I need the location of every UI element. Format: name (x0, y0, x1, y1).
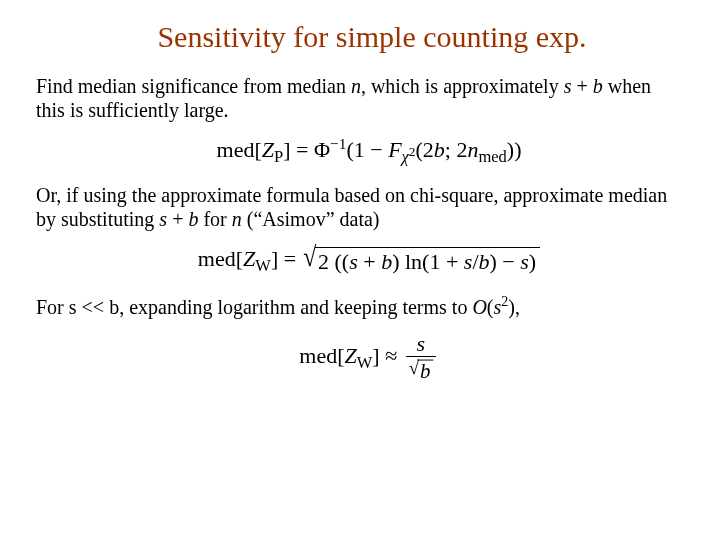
sub-W: W (357, 353, 373, 372)
text: + (358, 249, 381, 274)
med-op: med (299, 343, 337, 368)
var-n: n (351, 75, 361, 97)
text: ( (487, 296, 494, 318)
var-Z: Z (345, 343, 357, 368)
approx: ≈ (380, 343, 403, 368)
med-op: med (198, 246, 236, 271)
eq: = (291, 137, 314, 162)
sqrt-sign-icon: √ (408, 358, 418, 377)
text: , which is approximately (361, 75, 564, 97)
text: 2 (( (318, 249, 349, 274)
var-b: b (479, 249, 490, 274)
phi: Φ (314, 137, 330, 162)
fraction: s√b (406, 333, 436, 382)
paragraph-2: Or, if using the approximate formula bas… (36, 183, 684, 232)
formula-2: med[ZW] = √2 ((s + b) ln(1 + s/b) − s) (36, 246, 684, 275)
paragraph-3: For s << b, expanding logarithm and keep… (36, 295, 684, 319)
formula-3: med[ZW] ≈ s√b (36, 333, 684, 382)
var-b: b (381, 249, 392, 274)
text: For s << b, expanding logarithm and keep… (36, 296, 472, 318)
text: ) ln(1 + (392, 249, 464, 274)
text: ) − (490, 249, 521, 274)
sqrt-sign-icon: √ (303, 243, 316, 271)
var-s: s (159, 208, 167, 230)
sqrt: √2 ((s + b) ln(1 + s/b) − s) (302, 247, 541, 275)
text: + (571, 75, 592, 97)
var-Z: Z (262, 137, 274, 162)
med-op: med (217, 137, 255, 162)
inv: −1 (330, 134, 346, 151)
F: F (388, 137, 401, 162)
chi: χ (402, 147, 409, 166)
sub-P: P (274, 147, 283, 166)
numerator: s (414, 333, 427, 356)
slide-title: Sensitivity for simple counting exp. (36, 20, 684, 54)
var-n: n (232, 208, 242, 230)
denominator: √b (406, 357, 436, 382)
text: + (167, 208, 188, 230)
sub-med: med (478, 147, 506, 166)
formula-1: med[ZP] = Φ−1(1 − Fχ2(2b; 2nmed)) (36, 137, 684, 163)
text: (1 − (346, 137, 388, 162)
eq: = (278, 246, 301, 271)
text: Find median significance from median (36, 75, 351, 97)
big-O: O (472, 296, 486, 318)
paragraph-1: Find median significance from median n, … (36, 74, 684, 123)
var-s: s (349, 249, 358, 274)
text: for (198, 208, 231, 230)
var-s: s (520, 249, 529, 274)
text: (“Asimov” data) (242, 208, 380, 230)
text: (2 (415, 137, 433, 162)
text: ; 2 (445, 137, 468, 162)
var-b: b (188, 208, 198, 230)
text: ) (529, 249, 536, 274)
sub-W: W (255, 256, 271, 275)
var-b: b (420, 359, 430, 383)
text: ), (508, 296, 520, 318)
text: )) (507, 137, 522, 162)
var-b: b (593, 75, 603, 97)
var-n: n (467, 137, 478, 162)
var-Z: Z (243, 246, 255, 271)
var-b: b (434, 137, 445, 162)
